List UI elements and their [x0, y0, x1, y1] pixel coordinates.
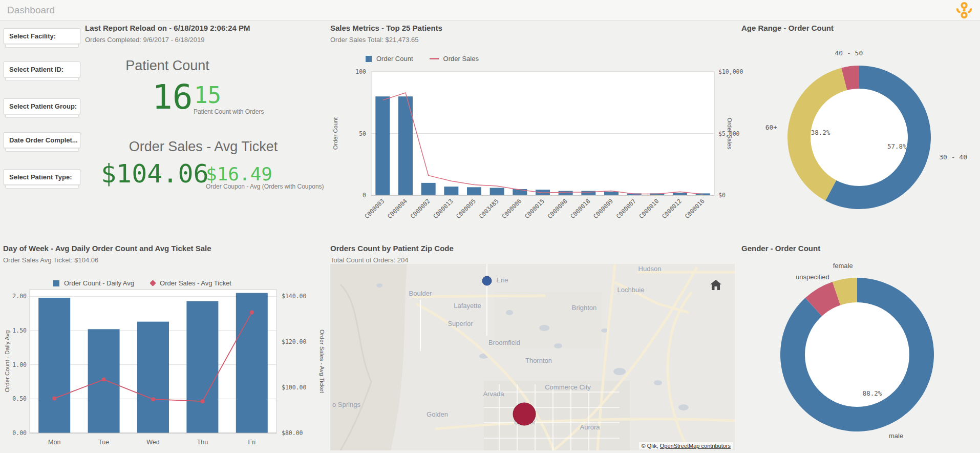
slice-label: unspecified	[796, 273, 829, 281]
filter-label[interactable]: Select Facility:	[4, 28, 80, 44]
lake-patch	[554, 343, 562, 348]
category-label[interactable]: Thu	[197, 439, 208, 446]
bar-C000008[interactable]	[559, 191, 573, 195]
bar-C000005[interactable]	[467, 187, 481, 195]
category-label[interactable]: Mon	[48, 439, 60, 446]
category-label[interactable]: C000016	[684, 197, 706, 220]
filter-select-patient-group[interactable]: Select Patient Group:	[4, 98, 80, 118]
avg-ticket-marker-icon[interactable]	[150, 280, 156, 286]
line-point[interactable]	[52, 396, 56, 400]
bar-C000003[interactable]	[375, 96, 390, 195]
bar-C000002[interactable]	[421, 183, 436, 195]
filter-label[interactable]: Select Patient Type:	[4, 169, 80, 185]
reload-subtitle: Orders Completed: 9/6/2017 - 6/18/2019	[85, 36, 204, 44]
category-label[interactable]: C000009	[592, 197, 614, 220]
city-label-erie: Erie	[496, 276, 508, 284]
slice-pct-label: 88.2%	[863, 389, 882, 397]
kpi-patient-title: Patient Count	[125, 58, 209, 74]
age-range-title: Age Range - Order Count	[741, 24, 834, 32]
line-point[interactable]	[200, 399, 204, 403]
category-label[interactable]: Tue	[98, 439, 109, 446]
bar-C000013[interactable]	[444, 187, 458, 195]
lake-patch	[678, 404, 689, 410]
day-of-week-chart[interactable]: 0.000.501.001.502.00$80.00$100.00$120.00…	[2, 287, 328, 453]
category-label[interactable]: C000018	[569, 197, 591, 220]
bar-C000009[interactable]	[604, 192, 619, 195]
urban-patch	[484, 381, 630, 450]
category-label[interactable]: C003485	[478, 197, 500, 220]
bar-Wed[interactable]	[137, 322, 169, 433]
right-axis-tick: $120.00	[282, 338, 307, 345]
city-label-arvada: Arvada	[483, 390, 504, 398]
zip-code-map[interactable]: HudsonErieLochbuieBoulderLafayetteBright…	[330, 264, 735, 450]
line-point[interactable]	[102, 378, 106, 382]
category-label[interactable]: Wed	[146, 439, 160, 446]
left-axis-tick: 0.00	[12, 429, 27, 437]
zip-bubble-small[interactable]	[482, 276, 492, 285]
city-label-aurora: Aurora	[580, 423, 600, 431]
legend-avg-ticket[interactable]: Order Sales - Avg Ticket	[160, 279, 231, 287]
category-label[interactable]: C000012	[661, 197, 683, 220]
bar-C003485[interactable]	[490, 188, 504, 195]
osm-attribution-link[interactable]: OpenStreetMap contributors	[660, 443, 731, 449]
category-label[interactable]: C000008	[546, 197, 569, 220]
lake-patch	[539, 325, 549, 331]
bar-C000012[interactable]	[673, 193, 687, 195]
terrain-patch	[330, 264, 407, 450]
age-range-donut[interactable]: 30 - 4057.8%60+38.2%40 - 50	[740, 46, 980, 237]
map-attribution: © Qlik, OpenStreetMap contributors	[639, 442, 733, 449]
left-axis-tick: 0	[363, 192, 366, 199]
filter-listbox-edge	[5, 115, 79, 118]
slice-pct-label: 57.8%	[887, 142, 907, 150]
city-label-boulder: Boulder	[409, 290, 432, 297]
category-label[interactable]: C000004	[386, 197, 409, 220]
highway-road	[412, 296, 545, 297]
slice-label: 60+	[765, 123, 778, 131]
filter-date-order-complet[interactable]: Date Order Complet...	[4, 132, 80, 152]
day-of-week-subtitle: Order Sales Avg Ticket: $104.06	[3, 256, 98, 264]
gender-donut[interactable]: male88.2%unspecifiedfemale	[740, 261, 980, 453]
slice-label: male	[889, 432, 903, 440]
right-axis-title: Order Sales - Avg Ticket	[319, 330, 325, 394]
right-axis-tick: $80.00	[282, 429, 303, 437]
city-label-o-springs: o Springs	[332, 401, 360, 408]
daily-avg-swatch-icon[interactable]	[53, 280, 59, 286]
kpi-patient-value: 16	[152, 80, 193, 114]
map-home-button[interactable]	[709, 278, 723, 292]
donut-hole	[811, 89, 908, 186]
legend-daily-avg[interactable]: Order Count - Daily Avg	[64, 279, 134, 287]
slice-label: 30 - 40	[939, 153, 967, 161]
category-label[interactable]: C000015	[523, 197, 546, 220]
filter-label[interactable]: Date Order Complet...	[4, 132, 80, 148]
line-point[interactable]	[250, 310, 254, 314]
category-label[interactable]: C000005	[455, 197, 477, 220]
dashboard-root: Dashboard Select Facility:Select Patient…	[0, 0, 980, 453]
filter-select-facility[interactable]: Select Facility:	[4, 28, 80, 48]
category-label[interactable]: C000010	[637, 197, 660, 220]
filter-label[interactable]: Select Patient ID:	[4, 61, 80, 77]
slice-pct-label: 38.2%	[811, 129, 830, 136]
top-bar: Dashboard	[0, 0, 980, 20]
city-label-brighton: Brighton	[572, 304, 596, 312]
city-label-superior: Superior	[448, 320, 473, 327]
sales-metrics-chart[interactable]: 050100$0$5,000$10,000Order CountOrder Sa…	[330, 49, 735, 233]
bar-Thu[interactable]	[186, 301, 218, 433]
line-point[interactable]	[151, 397, 155, 401]
left-axis-tick: 100	[355, 68, 366, 75]
left-axis-title: Order Count - Daily Avg	[4, 330, 10, 392]
right-axis-title: Order Sales	[727, 118, 733, 150]
category-label[interactable]: C000003	[363, 197, 386, 220]
category-label[interactable]: C000002	[409, 197, 432, 220]
filter-label[interactable]: Select Patient Group:	[4, 98, 80, 114]
zip-bubble-large[interactable]	[513, 403, 536, 425]
category-label[interactable]: Fri	[248, 439, 256, 446]
filter-listbox-edge	[5, 149, 79, 152]
slice-label: 40 - 50	[835, 49, 863, 57]
filter-select-patient-type[interactable]: Select Patient Type:	[4, 169, 80, 189]
category-label[interactable]: C000013	[432, 197, 454, 220]
filter-select-patient-id[interactable]: Select Patient ID:	[4, 61, 80, 81]
category-label[interactable]: C000006	[500, 197, 523, 220]
bar-Mon[interactable]	[38, 298, 70, 433]
attribution-prefix: © Qlik,	[642, 443, 660, 449]
category-label[interactable]: C000007	[615, 197, 637, 220]
